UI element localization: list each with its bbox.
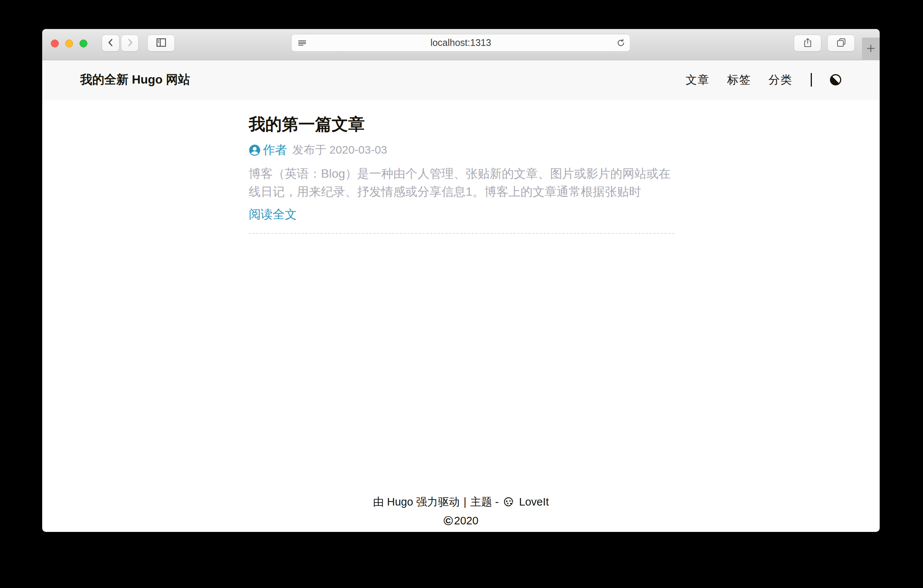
nav-separator bbox=[811, 73, 812, 87]
user-circle-icon bbox=[249, 144, 261, 156]
footer-powered-line: 由 Hugo 强力驱动 | 主题 - LoveIt bbox=[42, 494, 880, 509]
site-title-link[interactable]: 我的全新 Hugo 网站 bbox=[80, 72, 190, 88]
zoom-window-button[interactable] bbox=[79, 39, 87, 47]
powered-by-text: 由 Hugo 强力驱动 bbox=[373, 494, 460, 509]
chevron-right-icon bbox=[125, 37, 135, 49]
reader-view-icon[interactable] bbox=[297, 38, 307, 48]
theme-name-link[interactable]: LoveIt bbox=[519, 494, 549, 509]
new-tab-button[interactable] bbox=[862, 38, 880, 60]
theme-prefix-text: 主题 - bbox=[470, 494, 499, 509]
address-bar[interactable]: localhost:1313 bbox=[291, 34, 630, 52]
post-divider bbox=[249, 233, 674, 234]
read-more-link[interactable]: 阅读全文 bbox=[249, 207, 297, 221]
close-window-button[interactable] bbox=[51, 39, 59, 47]
theme-toggle-icon[interactable] bbox=[830, 74, 841, 85]
footer-separator: | bbox=[464, 494, 467, 509]
post-title-link[interactable]: 我的第一篇文章 bbox=[249, 115, 674, 134]
nav-item-tags[interactable]: 标签 bbox=[727, 72, 751, 88]
site-header: 我的全新 Hugo 网站 文章 标签 分类 bbox=[42, 60, 880, 99]
sidebar-icon bbox=[155, 36, 167, 50]
window-controls bbox=[51, 39, 87, 47]
post-meta: 作者 发布于 2020-03-03 bbox=[249, 143, 880, 157]
share-icon bbox=[802, 37, 813, 50]
browser-window: localhost:1313 bbox=[42, 29, 880, 532]
nav-item-categories[interactable]: 分类 bbox=[769, 72, 793, 88]
footer-copyright-line: © 2020 bbox=[42, 513, 880, 528]
site-footer: 由 Hugo 强力驱动 | 主题 - LoveIt © 2020 bbox=[42, 494, 880, 528]
kiss-wink-heart-icon bbox=[503, 496, 515, 508]
chevron-left-icon bbox=[105, 37, 116, 49]
author-link[interactable]: 作者 bbox=[263, 142, 287, 159]
tabs-icon bbox=[836, 37, 847, 50]
copyright-year: 2020 bbox=[454, 513, 478, 528]
plus-icon bbox=[866, 43, 876, 55]
reload-button[interactable] bbox=[616, 38, 626, 48]
publish-date: 发布于 2020-03-03 bbox=[292, 142, 387, 158]
minimize-window-button[interactable] bbox=[65, 39, 73, 47]
site-nav: 文章 标签 分类 bbox=[686, 72, 841, 88]
sidebar-toggle-button[interactable] bbox=[147, 34, 175, 52]
share-button[interactable] bbox=[794, 34, 821, 52]
url-text[interactable]: localhost:1313 bbox=[292, 37, 630, 48]
nav-item-posts[interactable]: 文章 bbox=[686, 72, 710, 88]
forward-button[interactable] bbox=[121, 34, 139, 52]
browser-toolbar: localhost:1313 bbox=[42, 29, 880, 60]
post-summary: 博客（英语：Blog）是一种由个人管理、张贴新的文章、图片或影片的网站或在线日记… bbox=[249, 164, 674, 201]
back-button[interactable] bbox=[102, 34, 120, 52]
copyright-icon: © bbox=[443, 514, 453, 527]
tab-overview-button[interactable] bbox=[827, 34, 855, 52]
main-content: 我的第一篇文章 作者 发布于 2020-03-03 博客（英语：Blog）是一种… bbox=[42, 99, 880, 234]
